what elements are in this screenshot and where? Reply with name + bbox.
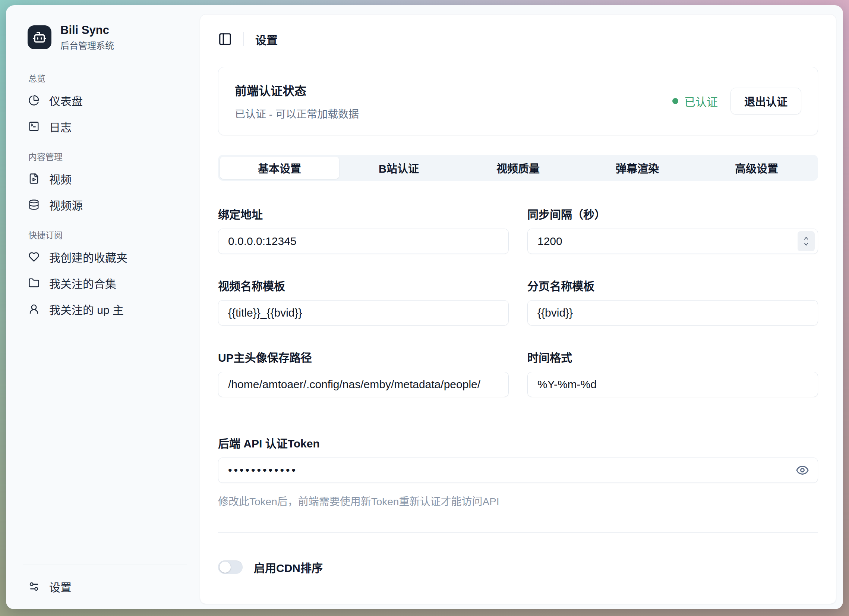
brand-subtitle: 后台管理系统 bbox=[60, 39, 114, 51]
settings-form-grid: 绑定地址 同步间隔（秒） 视频名称 bbox=[218, 206, 818, 397]
panel-left-icon bbox=[218, 32, 232, 46]
cdn-sort-label: 启用CDN排序 bbox=[254, 559, 323, 575]
auth-status-badge: 已认证 bbox=[672, 93, 718, 109]
header-divider bbox=[243, 32, 244, 46]
pie-chart-icon bbox=[28, 95, 40, 106]
sidebar-toggle-button[interactable] bbox=[218, 32, 232, 46]
time-format-label: 时间格式 bbox=[527, 349, 818, 365]
sidebar: Bili Sync 后台管理系统 总览 仪表盘 日志 内容管理 bbox=[6, 5, 200, 609]
video-name-template-input[interactable] bbox=[218, 300, 509, 325]
sync-interval-input[interactable] bbox=[527, 228, 818, 254]
section-divider bbox=[218, 532, 818, 533]
sidebar-item-label: 我创建的收藏夹 bbox=[49, 249, 127, 265]
sync-interval-label: 同步间隔（秒） bbox=[527, 206, 818, 222]
api-token-label: 后端 API 认证Token bbox=[218, 434, 818, 451]
status-dot bbox=[672, 98, 678, 104]
logout-auth-button[interactable]: 退出认证 bbox=[730, 88, 801, 115]
sidebar-item-followed-collections[interactable]: 我关注的合集 bbox=[23, 270, 187, 296]
cdn-sort-switch[interactable] bbox=[218, 561, 243, 574]
sidebar-item-label: 仪表盘 bbox=[49, 92, 83, 109]
app-window: Bili Sync 后台管理系统 总览 仪表盘 日志 内容管理 bbox=[6, 5, 843, 609]
bot-icon bbox=[28, 25, 51, 49]
sidebar-item-followed-uppers[interactable]: 我关注的 up 主 bbox=[23, 296, 187, 322]
nav-section-label: 快捷订阅 bbox=[28, 228, 182, 241]
sidebar-item-my-favorites[interactable]: 我创建的收藏夹 bbox=[23, 244, 187, 270]
auth-card-title: 前端认证状态 bbox=[235, 81, 359, 98]
tab-video-quality[interactable]: 视频质量 bbox=[459, 157, 578, 179]
chevron-up-icon bbox=[803, 236, 809, 241]
status-label: 已认证 bbox=[684, 93, 718, 109]
sidebar-item-logs[interactable]: 日志 bbox=[23, 113, 187, 139]
sidebar-nav: 总览 仪表盘 日志 内容管理 视频 bbox=[23, 51, 187, 565]
page-name-template-input[interactable] bbox=[527, 300, 818, 325]
sidebar-item-label: 视频源 bbox=[49, 197, 83, 213]
sidebar-item-label: 我关注的 up 主 bbox=[49, 301, 124, 317]
sidebar-item-video-sources[interactable]: 视频源 bbox=[23, 192, 187, 218]
folder-icon bbox=[28, 277, 40, 289]
upper-avatar-path-label: UP主头像保存路径 bbox=[218, 349, 509, 365]
cdn-sort-row: 启用CDN排序 bbox=[218, 559, 818, 575]
sync-interval-stepper[interactable] bbox=[798, 231, 815, 251]
page-name-template-label: 分页名称模板 bbox=[527, 277, 818, 294]
sidebar-footer: 设置 bbox=[23, 565, 187, 609]
sliders-icon bbox=[28, 581, 40, 592]
video-name-template-label: 视频名称模板 bbox=[218, 277, 509, 294]
nav-section-label: 内容管理 bbox=[28, 150, 182, 163]
bind-address-input[interactable] bbox=[218, 228, 509, 254]
page-header: 设置 bbox=[218, 15, 818, 47]
api-token-section: 后端 API 认证Token 修改此Token后，前端需要使用新Token重新认… bbox=[218, 434, 818, 508]
heart-icon bbox=[28, 251, 40, 263]
sidebar-item-settings[interactable]: 设置 bbox=[23, 573, 187, 600]
app-logo: Bili Sync 后台管理系统 bbox=[23, 23, 187, 51]
database-icon bbox=[28, 199, 40, 210]
sidebar-item-label: 我关注的合集 bbox=[49, 275, 116, 291]
eye-icon bbox=[796, 473, 809, 478]
terminal-icon bbox=[28, 121, 40, 132]
tab-danmaku-render[interactable]: 弹幕渲染 bbox=[578, 157, 697, 179]
sidebar-item-label: 视频 bbox=[49, 170, 71, 187]
tab-basic-settings[interactable]: 基本设置 bbox=[220, 157, 339, 179]
tab-bilibili-auth[interactable]: B站认证 bbox=[339, 157, 459, 179]
bind-address-label: 绑定地址 bbox=[218, 206, 509, 222]
auth-status-card: 前端认证状态 已认证 - 可以正常加载数据 已认证 退出认证 bbox=[218, 67, 818, 135]
api-token-input[interactable] bbox=[218, 458, 818, 483]
auth-card-subtitle: 已认证 - 可以正常加载数据 bbox=[235, 106, 359, 121]
file-video-icon bbox=[28, 173, 40, 184]
sidebar-item-videos[interactable]: 视频 bbox=[23, 166, 187, 192]
sidebar-item-label: 日志 bbox=[49, 118, 71, 134]
main-content-area: 设置 前端认证状态 已认证 - 可以正常加载数据 已认证 退出认证 基本设置 B… bbox=[200, 5, 843, 609]
api-token-helper-text: 修改此Token后，前端需要使用新Token重新认证才能访问API bbox=[218, 493, 818, 508]
page-title: 设置 bbox=[255, 31, 278, 47]
user-icon bbox=[28, 304, 40, 315]
settings-tabs: 基本设置 B站认证 视频质量 弹幕渲染 高级设置 bbox=[218, 155, 818, 181]
time-format-input[interactable] bbox=[527, 372, 818, 397]
toggle-token-visibility-button[interactable] bbox=[796, 464, 809, 477]
chevron-down-icon bbox=[803, 242, 809, 247]
brand-title: Bili Sync bbox=[60, 23, 114, 37]
main-card: 设置 前端认证状态 已认证 - 可以正常加载数据 已认证 退出认证 基本设置 B… bbox=[200, 14, 836, 604]
tab-advanced-settings[interactable]: 高级设置 bbox=[697, 157, 816, 179]
sidebar-item-dashboard[interactable]: 仪表盘 bbox=[23, 87, 187, 113]
nav-section-label: 总览 bbox=[28, 72, 182, 84]
upper-avatar-path-input[interactable] bbox=[218, 372, 509, 397]
sidebar-item-label: 设置 bbox=[49, 578, 71, 595]
switch-knob bbox=[219, 562, 231, 573]
